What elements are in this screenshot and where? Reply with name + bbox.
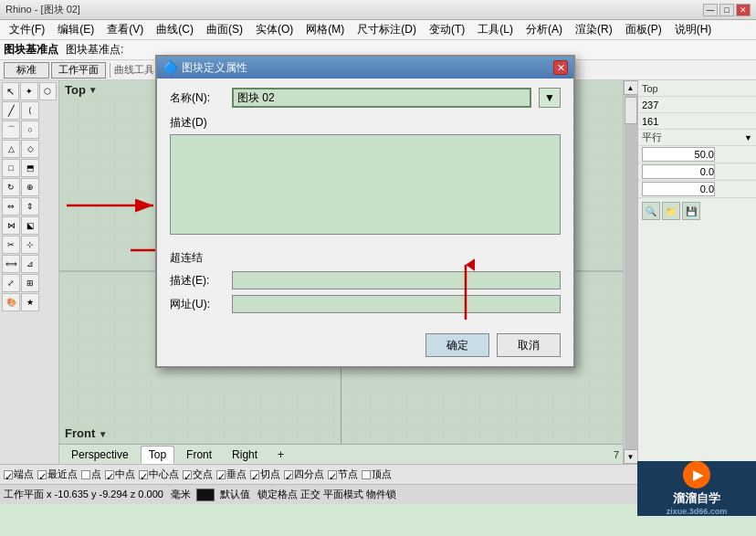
status-snap-knot[interactable]: ✓ 节点	[328, 468, 358, 481]
tool-row-10: ⟺ ⊿	[2, 255, 57, 273]
rotate-tool[interactable]: ↻	[2, 178, 20, 196]
tool-2[interactable]: ✦	[20, 82, 37, 100]
dialog-cancel-button[interactable]: 取消	[497, 333, 561, 357]
move-tool[interactable]: ⤢	[2, 274, 20, 292]
block-label2: 图块基准点:	[66, 42, 123, 58]
menu-mesh[interactable]: 网格(M)	[300, 20, 350, 39]
tab-right[interactable]: Right	[224, 446, 266, 464]
prop-view-label: Top	[642, 83, 752, 94]
status-snap-intersect[interactable]: ✓ 交点	[183, 468, 213, 481]
menu-surface[interactable]: 曲面(S)	[201, 20, 248, 39]
viewport-dropdown-icon[interactable]: ▼	[89, 85, 98, 95]
menu-view[interactable]: 查看(V)	[101, 20, 149, 39]
dialog-titlebar: 🔷 图块定义属性 ✕	[157, 57, 573, 79]
dialog-confirm-button[interactable]: 确定	[425, 333, 489, 357]
checkbox-center: ✓	[139, 470, 148, 479]
prop-input-val3[interactable]	[642, 147, 715, 162]
menu-dim[interactable]: 尺寸标注(D)	[352, 20, 422, 39]
poly-tool[interactable]: △	[2, 140, 20, 158]
prop-icon-3[interactable]: 💾	[682, 202, 700, 220]
menu-transform[interactable]: 变动(T)	[424, 20, 470, 39]
tool-21[interactable]: ⊿	[21, 255, 39, 273]
dim-tool[interactable]: ⟺	[2, 255, 20, 273]
tool-17[interactable]: ⬕	[21, 216, 39, 235]
tab-workplane[interactable]: 工作平面	[51, 62, 106, 79]
status-snap-perp[interactable]: ✓ 垂点	[216, 468, 247, 481]
tab-add[interactable]: +	[269, 446, 292, 464]
tab-front[interactable]: Front	[178, 446, 220, 464]
color-tool[interactable]: 🎨	[2, 293, 20, 311]
dialog-block-attributes[interactable]: 🔷 图块定义属性 ✕ 名称(N): ▼ 描述(D) 超连结 描述(E)	[155, 55, 575, 368]
status-snap-vertex[interactable]: 顶点	[362, 468, 392, 481]
tab-standard[interactable]: 标准	[4, 62, 49, 79]
menu-analysis[interactable]: 分析(A)	[520, 20, 568, 39]
checkbox-endpoint: ✓	[4, 470, 13, 479]
menu-curve[interactable]: 曲线(C)	[151, 20, 199, 39]
prop-icon-1[interactable]: 🔍	[642, 202, 660, 220]
tool-19[interactable]: ⊹	[21, 236, 39, 254]
trim-tool[interactable]: ✂	[2, 236, 20, 254]
dialog-url-input[interactable]	[232, 295, 561, 313]
tool-3[interactable]: ⬡	[39, 82, 57, 100]
status-snap-center[interactable]: ✓ 中心点	[139, 468, 179, 481]
tab-top[interactable]: Top	[141, 446, 174, 464]
menu-panel[interactable]: 面板(P)	[620, 20, 667, 39]
minimize-btn[interactable]: —	[703, 4, 718, 16]
viewport-tabs: Perspective Top Front Right + 7	[59, 444, 623, 464]
prop-input-val4[interactable]	[642, 164, 715, 179]
status-snap-endpoint[interactable]: ✓ 端点	[4, 468, 34, 481]
maximize-btn[interactable]: □	[719, 4, 734, 16]
red-arrow-vertical	[457, 256, 475, 331]
menu-solid[interactable]: 实体(O)	[250, 20, 299, 39]
prop-val4-row	[638, 163, 756, 181]
prop-input-val5[interactable]	[642, 182, 715, 196]
rect-tool[interactable]: □	[2, 159, 20, 177]
dialog-desc-e-input[interactable]	[232, 271, 561, 289]
prop-icon-2[interactable]: 📁	[662, 202, 680, 220]
arc-tool[interactable]: ⌒	[2, 121, 20, 139]
prop-view: Top	[638, 80, 756, 97]
tool-5[interactable]: ⟨	[21, 101, 39, 120]
tab-perspective[interactable]: Perspective	[63, 446, 137, 464]
color-swatch[interactable]	[196, 489, 215, 501]
dialog-name-dropdown[interactable]: ▼	[539, 88, 561, 108]
tool-row-7: ⇔ ⇕	[2, 197, 57, 215]
status-snap-tan[interactable]: ✓ 切点	[250, 468, 280, 481]
menu-file[interactable]: 文件(F)	[4, 20, 50, 39]
status-snap-quad[interactable]: ✓ 四分点	[284, 468, 324, 481]
menu-edit[interactable]: 编辑(E)	[52, 20, 100, 39]
tool-23[interactable]: ⊞	[21, 274, 39, 292]
dialog-name-input[interactable]	[232, 88, 531, 108]
dialog-desc-textarea[interactable]	[170, 134, 561, 235]
prop-parallel-row: 平行 ▼	[638, 130, 756, 146]
scroll-down-btn[interactable]: ▼	[624, 449, 638, 464]
tool-25[interactable]: ★	[21, 293, 39, 311]
line-tool[interactable]: ╱	[2, 101, 20, 120]
scale-tool[interactable]: ⇔	[2, 197, 20, 215]
close-btn[interactable]: ✕	[736, 4, 751, 16]
tool-7[interactable]: ○	[21, 121, 39, 139]
status-snap-mid[interactable]: ✓ 中点	[105, 468, 135, 481]
menu-tools[interactable]: 工具(L)	[472, 20, 519, 39]
scroll-up-btn[interactable]: ▲	[624, 80, 638, 95]
menu-render[interactable]: 渲染(R)	[570, 20, 618, 39]
prop-val2: 161	[642, 116, 658, 127]
tool-15[interactable]: ⇕	[21, 197, 39, 215]
tool-row-12: 🎨 ★	[2, 293, 57, 311]
menu-help[interactable]: 说明(H)	[669, 20, 718, 39]
coords-display: 工作平面 x -10.635 y -9.294 z 0.000	[4, 488, 163, 501]
status-snap-nearest[interactable]: ✓ 最近点	[37, 468, 78, 481]
front-dropdown-icon[interactable]: ▼	[99, 429, 108, 439]
tool-row-1: ↖ ✦ ⬡	[2, 82, 57, 100]
tool-11[interactable]: ⬒	[21, 159, 39, 177]
dialog-close-button[interactable]: ✕	[553, 60, 568, 75]
prop-parallel-dropdown-icon[interactable]: ▼	[744, 133, 752, 142]
select-tool[interactable]: ↖	[2, 82, 19, 100]
mirror-tool[interactable]: ⋈	[2, 216, 20, 235]
tool-9[interactable]: ◇	[21, 140, 39, 158]
scroll-thumb[interactable]	[625, 97, 637, 124]
status-snap-point[interactable]: 点	[81, 468, 101, 481]
tool-13[interactable]: ⊕	[21, 178, 39, 196]
left-sidebar: ↖ ✦ ⬡ ╱ ⟨ ⌒ ○ △ ◇ □ ⬒ ↻ ⊕ ⇔ ⇕ ⋈ ⬕	[0, 80, 59, 464]
title-text: Rhino - [图块 02]	[5, 3, 80, 16]
